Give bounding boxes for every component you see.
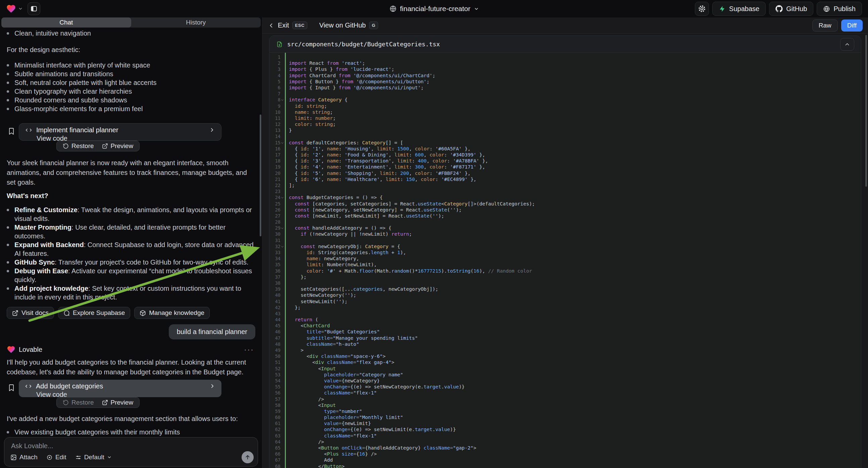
sliders-icon — [75, 454, 82, 461]
line-number: 6 — [270, 85, 285, 91]
project-switcher[interactable]: financial-future-creator — [389, 5, 479, 13]
line-number: 2 — [270, 60, 285, 66]
line-number: 41 — [270, 298, 285, 304]
lovable-heart-icon — [6, 4, 16, 14]
code-line: limit: Number(newLimit), — [289, 262, 861, 268]
diff-toggle-button[interactable]: Diff — [841, 20, 863, 32]
line-number: 37 — [270, 274, 285, 280]
view-on-github-button[interactable]: View on GitHub G — [319, 22, 378, 29]
image-icon — [10, 454, 17, 461]
code-line: placeholder="Monthly limit" — [289, 414, 861, 420]
settings-button[interactable] — [695, 2, 709, 16]
code-line: <div className="flex gap-4"> — [289, 359, 861, 365]
code-scrollbar[interactable] — [865, 35, 867, 187]
line-number: 53 — [270, 372, 285, 378]
esc-kbd-badge: ESC — [292, 22, 307, 29]
file-header[interactable]: src/components/budget/BudgetCategories.t… — [270, 36, 861, 53]
preview-button[interactable]: Preview — [99, 142, 137, 150]
code-line: const handleAddCategory = () => { — [289, 225, 861, 231]
version-card-add-budget-categories[interactable]: Add budget categories View code — [19, 380, 221, 397]
tab-chat[interactable]: Chat — [1, 18, 131, 28]
code-line — [289, 237, 861, 243]
code-line: import { Button } from '@/components/ui/… — [289, 79, 861, 85]
code-line: if (!newCategory || !newLimit) return; — [289, 231, 861, 237]
line-number: 27 — [270, 213, 285, 219]
version-card-implement-financial-planner[interactable]: Implement financial planner View code — [19, 123, 221, 141]
message-menu-icon[interactable]: ··· — [244, 345, 255, 354]
version-title: Add budget categories — [36, 382, 205, 390]
list-item: GitHub Sync: Transfer your project's cod… — [7, 258, 255, 267]
chevron-right-icon — [209, 383, 215, 389]
chat-message-list[interactable]: Clean, intuitive navigation For the desi… — [0, 28, 262, 436]
supabase-button[interactable]: Supabase — [712, 2, 766, 16]
code-line: color: string; — [289, 121, 861, 127]
code-line: { id: '4', name: 'Entertainment', limit:… — [289, 164, 861, 170]
bookmark-icon[interactable] — [7, 384, 16, 392]
code-line: setCategories([...categories, newCategor… — [289, 286, 861, 292]
list-item: Add project knowledge: Set key context o… — [7, 284, 255, 301]
file-path: src/components/budget/BudgetCategories.t… — [287, 40, 440, 48]
code-line — [289, 280, 861, 286]
code-line: return ( — [289, 317, 861, 323]
line-number: 58 — [270, 402, 285, 408]
lovable-logo-menu[interactable] — [6, 4, 23, 14]
chat-scrollbar[interactable] — [260, 115, 261, 236]
code-lines[interactable]: import React from 'react';import { Plus … — [286, 53, 861, 468]
panel-left-icon — [30, 5, 38, 12]
code-line: const newCategoryObj: Category = { — [289, 243, 861, 250]
toggle-sidebar-button[interactable] — [28, 2, 40, 15]
manage-knowledge-button[interactable]: Manage knowledge — [134, 307, 210, 319]
code-line: setNewCategory(''); — [289, 292, 861, 298]
explore-supabase-button[interactable]: Explore Supabase — [58, 307, 130, 319]
code-icon — [25, 126, 32, 134]
list-item: Master Prompting: Use clear, detailed, a… — [7, 223, 255, 240]
assistant-paragraph: I've added a new budget categories manag… — [7, 414, 255, 424]
send-button[interactable] — [242, 451, 254, 463]
line-number: 19 — [270, 164, 285, 170]
code-line — [289, 91, 861, 97]
code-line: subtitle="Manage your spending limits" — [289, 335, 861, 341]
code-line — [289, 133, 861, 139]
code-line: name: newCategory, — [289, 256, 861, 262]
exit-button[interactable]: Exit ESC — [268, 22, 307, 29]
version-actions: Restore Preview — [56, 397, 140, 408]
restore-button[interactable]: Restore — [59, 142, 97, 150]
tab-history[interactable]: History — [131, 18, 261, 28]
line-number: 3 — [270, 66, 285, 72]
line-number: 40 — [270, 292, 285, 298]
line-number: 35 — [270, 262, 285, 268]
attach-button[interactable]: Attach — [10, 454, 38, 461]
line-number: 13 — [270, 127, 285, 133]
github-button[interactable]: GitHub — [769, 2, 813, 16]
collapse-file-button[interactable] — [840, 38, 854, 51]
code-line: <Input — [289, 365, 861, 372]
code-line: placeholder="Category name" — [289, 372, 861, 378]
code-line — [289, 188, 861, 195]
bookmark-icon[interactable] — [7, 127, 16, 135]
edit-button[interactable]: Edit — [46, 454, 66, 461]
restore-icon — [63, 143, 69, 149]
line-number: 54 — [270, 378, 285, 384]
publish-button[interactable]: Publish — [817, 2, 862, 16]
line-number: 63 — [270, 433, 285, 439]
code-line: onChange={(e) => setNewCategory(e.target… — [289, 384, 861, 390]
visit-docs-button[interactable]: Visit docs — [7, 307, 54, 319]
code-line: const [newCategory, setNewCategory] = Re… — [289, 207, 861, 213]
chat-history-tabs: Chat History — [1, 18, 261, 28]
line-number: 52 — [270, 365, 285, 372]
code-line: interface Category { — [289, 97, 861, 103]
preview-button[interactable]: Preview — [99, 399, 137, 406]
user-message-row: build a financial planner — [7, 324, 255, 340]
code-icon — [25, 383, 32, 390]
mode-selector[interactable]: Default — [75, 454, 112, 461]
line-number: 44 — [270, 317, 285, 323]
code-line: { id: '5', name: 'Shopping', limit: 200,… — [289, 170, 861, 176]
list-item: Clean typography with clear hierarchies — [7, 87, 255, 96]
line-number: 12 — [270, 121, 285, 127]
restore-button[interactable]: Restore — [59, 399, 97, 406]
code-line: const [categories, setCategories] = Reac… — [289, 201, 861, 207]
file-added-icon — [276, 41, 283, 48]
chat-input[interactable] — [11, 442, 251, 450]
line-number: 55 — [270, 384, 285, 390]
raw-toggle-button[interactable]: Raw — [812, 20, 838, 32]
